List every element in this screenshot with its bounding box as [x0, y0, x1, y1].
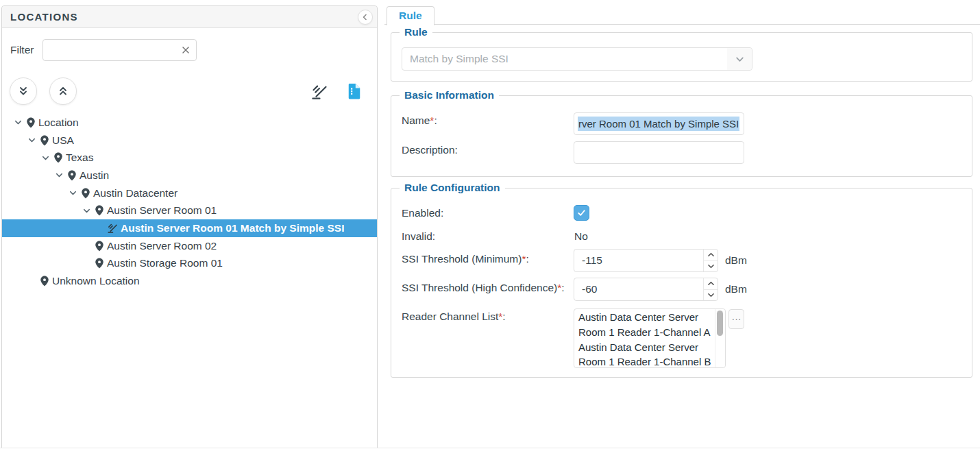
- filter-label: Filter: [10, 43, 34, 57]
- ssi-high-unit: dBm: [725, 282, 747, 297]
- location-pin-icon: [79, 188, 91, 199]
- ssi-high-label: SSI Threshold (High Confidence)*:: [402, 280, 565, 295]
- reader-channel-list-label: Reader Channel List*:: [402, 309, 506, 324]
- collapse-all-button[interactable]: [49, 77, 77, 105]
- reader-channel-browse-button[interactable]: ···: [728, 309, 744, 329]
- rule-section: Rule Match by Simple SSI: [391, 32, 972, 82]
- location-tree: LocationUSATexasAustinAustin DatacenterA…: [2, 114, 377, 290]
- description-label: Description:: [402, 143, 458, 158]
- tree-item-texas[interactable]: Texas: [2, 149, 377, 167]
- decrement-button[interactable]: [704, 289, 718, 301]
- enabled-checkbox[interactable]: [574, 205, 589, 221]
- location-pin-icon: [38, 276, 50, 287]
- ssi-high-spinner: [703, 278, 718, 300]
- name-field-selected-text: rver Room 01 Match by Simple SSI: [578, 117, 739, 131]
- increment-button[interactable]: [704, 278, 718, 289]
- tree-item-label: Texas: [66, 151, 94, 164]
- tree-expander-chevron-down-icon[interactable]: [52, 171, 66, 179]
- tree-item-label: Austin: [79, 169, 109, 182]
- double-chevron-down-icon: [18, 86, 29, 97]
- location-pin-icon: [66, 170, 77, 181]
- locations-panel: LOCATIONS Filter: [1, 5, 378, 448]
- reader-channel-option[interactable]: Austin Data Center Server Room 1 Reader …: [578, 340, 716, 368]
- checkmark-icon: [576, 208, 587, 218]
- rule-type-select[interactable]: Match by Simple SSI: [402, 47, 752, 71]
- location-pin-icon: [93, 241, 105, 252]
- location-pin-icon: [25, 117, 36, 128]
- invalid-value: No: [574, 229, 588, 244]
- double-chevron-up-icon: [58, 86, 69, 97]
- locations-header: LOCATIONS: [2, 6, 377, 28]
- rule-configuration-section: Rule Configuration Enabled: Invalid: No …: [391, 188, 972, 378]
- locations-title: LOCATIONS: [10, 11, 78, 23]
- tree-item-label: Location: [38, 117, 79, 129]
- ssi-min-spinner: [703, 250, 718, 271]
- panel-collapse-button[interactable]: [358, 10, 373, 25]
- location-pin-icon: [38, 135, 50, 146]
- ssi-high-value: -60: [582, 278, 597, 300]
- location-pin-icon: [52, 152, 64, 163]
- ssi-min-input[interactable]: -115: [574, 249, 718, 272]
- decrement-button[interactable]: [704, 260, 718, 272]
- reader-channel-option[interactable]: Austin Data Center Server Room 1 Reader …: [578, 310, 716, 340]
- tree-item-austin-datacenter[interactable]: Austin Datacenter: [2, 184, 377, 202]
- location-pin-icon: [93, 205, 105, 216]
- tree-item-austin-storage-room-01[interactable]: Austin Storage Room 01: [2, 255, 377, 273]
- rule-legend: Rule: [400, 25, 432, 39]
- rule-type-value: Match by Simple SSI: [410, 48, 509, 70]
- tree-item-label: USA: [52, 134, 74, 147]
- expand-all-button[interactable]: [10, 77, 37, 105]
- ssi-min-value: -115: [582, 250, 602, 271]
- tree-item-usa[interactable]: USA: [2, 132, 377, 149]
- tree-item-label: Austin Server Room 01: [107, 204, 217, 217]
- basic-information-legend: Basic Information: [400, 88, 499, 102]
- increment-button[interactable]: [704, 250, 718, 260]
- chevron-left-icon: [361, 13, 369, 21]
- location-pin-icon: [93, 258, 105, 269]
- reader-channel-options: Austin Data Center Server Room 1 Reader …: [578, 310, 716, 368]
- listbox-scrollbar[interactable]: [715, 309, 725, 367]
- basic-information-section: Basic Information Name*: rver Room 01 Ma…: [391, 95, 972, 177]
- rule-gavel-icon: [107, 222, 119, 234]
- rule-gavel-icon[interactable]: [310, 82, 329, 101]
- tree-expander-chevron-down-icon[interactable]: [38, 154, 52, 162]
- scrollbar-thumb[interactable]: [717, 311, 723, 336]
- tree-item-label: Austin Datacenter: [93, 187, 177, 199]
- tree-expander-chevron-down-icon[interactable]: [79, 207, 93, 215]
- filter-input[interactable]: [42, 39, 197, 61]
- tree-item-austin[interactable]: Austin: [2, 167, 377, 184]
- ssi-high-input[interactable]: -60: [574, 278, 718, 301]
- document-icon[interactable]: [347, 83, 362, 99]
- invalid-label: Invalid:: [402, 229, 435, 244]
- name-label: Name*:: [402, 113, 437, 128]
- tree-item-label: Austin Storage Room 01: [107, 257, 223, 269]
- ssi-min-label: SSI Threshold (Minimum)*:: [402, 252, 529, 267]
- tree-item-austin-server-room-01-match-by-simple-ssi[interactable]: Austin Server Room 01 Match by Simple SS…: [2, 219, 377, 237]
- tree-item-label: Austin Server Room 02: [107, 240, 217, 252]
- tree-item-label: Unknown Location: [52, 275, 140, 287]
- enabled-label: Enabled:: [402, 206, 443, 221]
- tab-rule[interactable]: Rule: [387, 6, 434, 25]
- select-chevron-down-icon: [727, 48, 752, 70]
- bottom-border: [0, 448, 980, 448]
- tree-expander-chevron-down-icon[interactable]: [66, 189, 79, 197]
- name-field[interactable]: rver Room 01 Match by Simple SSI: [574, 112, 744, 135]
- tree-expander-chevron-down-icon[interactable]: [25, 136, 38, 144]
- reader-channel-list[interactable]: Austin Data Center Server Room 1 Reader …: [574, 308, 726, 368]
- clear-filter-icon[interactable]: [182, 46, 190, 54]
- tree-item-label: Austin Server Room 01 Match by Simple SS…: [121, 222, 344, 234]
- tab-bar: Rule: [384, 6, 980, 25]
- tree-item-austin-server-room-01[interactable]: Austin Server Room 01: [2, 202, 377, 219]
- description-field[interactable]: [574, 141, 744, 164]
- tree-expander-chevron-down-icon[interactable]: [11, 119, 25, 126]
- rule-configuration-legend: Rule Configuration: [400, 181, 505, 195]
- tree-item-austin-server-room-02[interactable]: Austin Server Room 02: [2, 237, 377, 255]
- tree-item-location[interactable]: Location: [2, 114, 377, 132]
- tree-item-unknown-location[interactable]: Unknown Location: [2, 272, 377, 290]
- ssi-min-unit: dBm: [725, 253, 747, 268]
